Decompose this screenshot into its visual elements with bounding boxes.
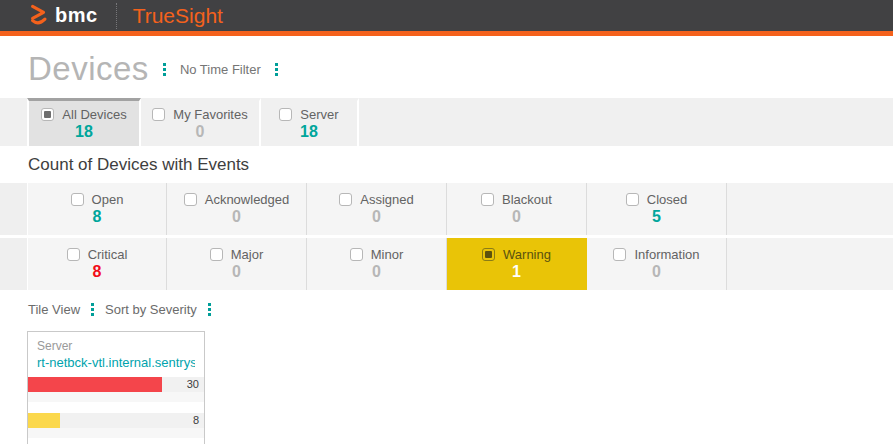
closed-checkbox[interactable] — [626, 193, 639, 206]
major-checkbox[interactable] — [210, 248, 223, 261]
tile-label: Acknowledged — [205, 192, 290, 207]
device-type-label: Server — [37, 339, 195, 353]
tile-count: 0 — [512, 208, 521, 226]
warning-bar — [28, 413, 60, 428]
device-name-link[interactable]: rt-netbck-vtl.internal.sentrys... — [37, 355, 195, 370]
tile-view-label[interactable]: Tile View — [28, 302, 80, 317]
tile-label: Major — [231, 247, 264, 262]
tile-label: Closed — [647, 192, 687, 207]
severity-tile-warning[interactable]: Warning 1 — [447, 238, 587, 290]
critical-bar-subtrack — [28, 392, 204, 402]
tile-label: Assigned — [360, 192, 413, 207]
warning-bar-row: 8 — [28, 413, 204, 428]
severity-tile-critical[interactable]: Critical 8 — [27, 238, 167, 290]
tile-count: 0 — [372, 208, 381, 226]
bar-gap — [28, 402, 204, 413]
page-menu-icon[interactable] — [161, 61, 168, 78]
server-checkbox[interactable] — [279, 108, 292, 121]
critical-bar — [28, 377, 162, 392]
all-devices-checkbox[interactable] — [41, 108, 54, 121]
severity-row-filler — [727, 238, 893, 290]
tile-count: 1 — [512, 263, 521, 281]
bmc-chevron-icon — [28, 4, 50, 28]
status-tile-assigned[interactable]: Assigned 0 — [307, 183, 447, 235]
tile-label: Critical — [88, 247, 128, 262]
tab-my-favorites[interactable]: My Favorites 0 — [141, 98, 261, 146]
tile-count: 0 — [372, 263, 381, 281]
tile-count: 0 — [232, 263, 241, 281]
blackout-checkbox[interactable] — [481, 193, 494, 206]
severity-tile-information[interactable]: Information 0 — [587, 238, 727, 290]
page-title: Devices — [28, 50, 149, 88]
status-tile-open[interactable]: Open 8 — [27, 183, 167, 235]
tab-label: My Favorites — [173, 107, 247, 122]
assigned-checkbox[interactable] — [339, 193, 352, 206]
status-tile-closed[interactable]: Closed 5 — [587, 183, 727, 235]
device-group-tabs: All Devices 18 My Favorites 0 Server 18 — [0, 98, 893, 146]
warning-bar-value: 8 — [193, 413, 199, 428]
tab-count: 18 — [75, 123, 93, 141]
tabs-row-filler — [359, 98, 893, 146]
tile-count: 8 — [93, 263, 102, 281]
tile-count: 0 — [652, 263, 661, 281]
time-filter-menu-icon[interactable] — [273, 61, 280, 78]
app-header: bmc TrueSight — [0, 0, 893, 36]
bmc-logo: bmc — [28, 4, 98, 28]
critical-bar-row: 30 — [28, 377, 204, 392]
my-favorites-checkbox[interactable] — [152, 108, 165, 121]
tile-count: 8 — [93, 208, 102, 226]
warning-bar-subtrack — [28, 428, 204, 438]
tile-label: Blackout — [502, 192, 552, 207]
status-tile-blackout[interactable]: Blackout 0 — [447, 183, 587, 235]
severity-count-row: Critical 8 Major 0 Minor 0 Warning 1 Inf… — [0, 238, 893, 290]
topbar-divider — [116, 3, 117, 29]
tab-label: All Devices — [62, 107, 126, 122]
time-filter-label: No Time Filter — [180, 62, 261, 77]
tile-count: 5 — [652, 208, 661, 226]
product-name: TrueSight — [133, 4, 223, 28]
sort-by-severity-label[interactable]: Sort by Severity — [105, 302, 197, 317]
severity-tile-major[interactable]: Major 0 — [167, 238, 307, 290]
tab-label: Server — [300, 107, 338, 122]
tile-view-menu-icon[interactable] — [89, 301, 96, 318]
severity-tile-minor[interactable]: Minor 0 — [307, 238, 447, 290]
tab-count: 18 — [300, 123, 318, 141]
sort-menu-icon[interactable] — [206, 301, 213, 318]
tab-count: 0 — [196, 123, 205, 141]
warning-checkbox[interactable] — [482, 248, 495, 261]
tab-server[interactable]: Server 18 — [261, 98, 359, 146]
open-checkbox[interactable] — [71, 193, 84, 206]
bmc-logo-text: bmc — [55, 4, 98, 27]
tile-label: Open — [92, 192, 124, 207]
status-row-filler — [727, 183, 893, 235]
information-checkbox[interactable] — [613, 248, 626, 261]
tile-label: Minor — [371, 247, 404, 262]
minor-checkbox[interactable] — [350, 248, 363, 261]
critical-checkbox[interactable] — [67, 248, 80, 261]
tab-all-devices[interactable]: All Devices 18 — [27, 98, 141, 146]
status-count-row: Open 8 Acknowledged 0 Assigned 0 Blackou… — [0, 183, 893, 235]
tile-label: Information — [634, 247, 699, 262]
tile-label: Warning — [503, 247, 551, 262]
acknowledged-checkbox[interactable] — [184, 193, 197, 206]
tile-count: 0 — [232, 208, 241, 226]
device-tile[interactable]: Server rt-netbck-vtl.internal.sentrys...… — [27, 331, 205, 444]
critical-bar-value: 30 — [187, 377, 199, 392]
status-tile-acknowledged[interactable]: Acknowledged 0 — [167, 183, 307, 235]
page-title-row: Devices No Time Filter — [0, 36, 893, 98]
section-title: Count of Devices with Events — [28, 155, 893, 175]
view-toolbar: Tile View Sort by Severity — [28, 301, 893, 318]
